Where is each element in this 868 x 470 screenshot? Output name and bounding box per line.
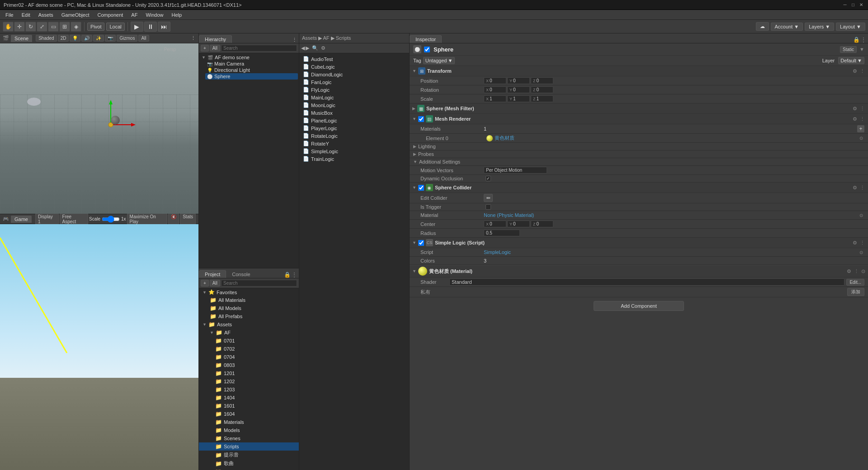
add-component-button[interactable]: Add Component — [594, 301, 684, 311]
rotate-tool[interactable]: ↻ — [25, 22, 36, 32]
meshrenderer-menu-icon[interactable]: ⋮ — [859, 116, 865, 122]
folder-0701[interactable]: 📁 0701 — [199, 337, 299, 345]
cloud-button[interactable]: ☁ — [756, 22, 769, 31]
meshrenderer-enabled-checkbox[interactable] — [418, 116, 424, 122]
asset-cubelogic[interactable]: 📄 CubeLogic — [301, 63, 407, 70]
additional-settings-section[interactable]: ▼ Additional Settings — [410, 158, 868, 166]
menu-edit[interactable]: Edit — [18, 11, 34, 19]
inspector-more-icon[interactable]: ⋮ — [861, 37, 866, 43]
assets-search-button[interactable]: 🔍 — [310, 45, 320, 52]
asset-flylogic[interactable]: 📄 FlyLogic — [301, 86, 407, 94]
hierarchy-all-button[interactable]: All — [210, 45, 220, 52]
materials-add-button[interactable]: + — [857, 125, 864, 132]
folder-tishiyin[interactable]: 📁 提示音 — [199, 451, 299, 459]
edit-collider-button[interactable]: ✏ — [484, 194, 493, 202]
element0-value[interactable]: 黄色材质 — [495, 135, 514, 141]
mesh-renderer-header[interactable]: ▼ ▤ Mesh Renderer ⚙ ⋮ — [410, 114, 868, 124]
collider-material-select-button[interactable]: ⊙ — [858, 212, 864, 218]
scene-tab[interactable]: Scene — [11, 35, 32, 42]
private-add-button[interactable]: 添加 — [847, 288, 864, 296]
gizmos-button[interactable]: Gizmos — [117, 35, 137, 42]
center-x[interactable]: X0 — [484, 221, 506, 227]
mute-button[interactable]: 🔇 — [168, 213, 179, 225]
display-button[interactable]: Display 1 — [35, 213, 59, 225]
folder-kevin[interactable]: ▶ 📁 Kevin Iglesias — [199, 468, 299, 470]
position-x[interactable]: X0 — [484, 77, 506, 84]
hierarchy-tab[interactable]: Hierarchy — [199, 35, 232, 43]
dynamic-occlusion-checkbox[interactable] — [486, 176, 491, 181]
menu-file[interactable]: File — [2, 11, 17, 19]
asset-audiotest[interactable]: 📄 AudioTest — [301, 55, 407, 63]
spherecollider-menu-icon[interactable]: ⋮ — [859, 184, 865, 191]
asset-planetlogic[interactable]: 📄 PlanetLogic — [301, 117, 407, 124]
scale-z[interactable]: Z1 — [531, 95, 553, 102]
simple-logic-header[interactable]: ▼ CS Simple Logic (Script) ⚙ ⋮ — [410, 238, 868, 248]
assets-forward-button[interactable]: ▶ — [306, 45, 309, 51]
all-materials-folder[interactable]: 📁 All Materials — [199, 296, 299, 304]
simplelogic-settings-icon[interactable]: ⚙ — [852, 240, 858, 246]
console-tab[interactable]: Console — [226, 270, 256, 278]
2d-button[interactable]: 2D — [58, 35, 69, 42]
hierarchy-item-sphere[interactable]: ⚪ Sphere — [205, 73, 298, 80]
folder-1203[interactable]: 📁 1203 — [199, 385, 299, 394]
aspect-button[interactable]: Free Aspect — [60, 213, 88, 225]
meshfilter-settings-icon[interactable]: ⚙ — [852, 105, 858, 112]
shaded-button[interactable]: Shaded — [36, 35, 57, 42]
transform-menu-icon[interactable]: ⋮ — [859, 68, 865, 74]
menu-gameobject[interactable]: GameObject — [58, 11, 93, 19]
hierarchy-item-camera[interactable]: 📷 Main Camera — [205, 61, 298, 67]
scale-tool[interactable]: ⤢ — [37, 22, 47, 32]
sphere-collider-header[interactable]: ▼ ◉ Sphere Collider ⚙ ⋮ — [410, 183, 868, 193]
pause-button[interactable]: ⏸ — [144, 22, 157, 32]
folder-favorites[interactable]: ▼ ⭐ Favorites — [199, 288, 299, 296]
assets-back-button[interactable]: ◀ — [301, 45, 305, 51]
static-dropdown-icon[interactable]: ▼ — [859, 47, 864, 52]
scene-more-button[interactable]: ⋮ — [191, 35, 196, 41]
scene-fx-button[interactable]: ✨ — [93, 35, 104, 42]
scene-audio-button[interactable]: 🔊 — [81, 35, 92, 42]
all-prefabs-folder[interactable]: 📁 All Prefabs — [199, 312, 299, 320]
custom-tool[interactable]: ◈ — [71, 22, 81, 32]
meshrenderer-settings-icon[interactable]: ⚙ — [852, 116, 858, 122]
probes-section[interactable]: ▶ Probes — [410, 150, 868, 158]
scene-camera-button[interactable]: 📷 — [105, 35, 116, 42]
folder-1202[interactable]: 📁 1202 — [199, 377, 299, 385]
project-lock-icon[interactable]: 🔒 — [284, 272, 291, 278]
asset-mainlogic[interactable]: 📄 MainLogic — [301, 94, 407, 101]
menu-component[interactable]: Component — [94, 11, 127, 19]
simplelogic-enabled-checkbox[interactable] — [418, 240, 424, 246]
radius-field[interactable]: 0.5 — [484, 230, 520, 236]
shader-dropdown[interactable]: Standard — [449, 278, 844, 286]
folder-0803[interactable]: 📁 0803 — [199, 361, 299, 369]
folder-assets[interactable]: ▼ 📁 Assets — [199, 320, 299, 329]
shader-edit-button[interactable]: Edit... — [846, 279, 864, 286]
minimize-button[interactable]: ─ — [842, 2, 848, 8]
all-models-folder[interactable]: 📁 All Models — [199, 304, 299, 312]
hierarchy-more[interactable]: ⋮ — [292, 37, 297, 43]
center-y[interactable]: Y0 — [507, 221, 530, 227]
static-button[interactable]: Static — [840, 46, 857, 53]
maximize-on-play-button[interactable]: Maximize On Play — [127, 213, 168, 225]
scale-y[interactable]: Y1 — [507, 95, 530, 102]
layout-button[interactable]: Layout ▼ — [836, 23, 865, 31]
material-section-header[interactable]: ▼ 黄色材质 (Material) ⚙ ⋮ ⊙ — [410, 265, 868, 277]
scene-viewport[interactable]: ← Persp — [0, 43, 198, 214]
rotation-z[interactable]: Z0 — [531, 86, 553, 93]
asset-moonlogic[interactable]: 📄 MoonLogic — [301, 101, 407, 109]
game-viewport[interactable] — [0, 224, 198, 470]
scale-slider[interactable] — [102, 217, 120, 221]
layer-dropdown[interactable]: Default ▼ — [838, 57, 864, 64]
local-button[interactable]: Local — [106, 23, 124, 31]
asset-fanlogic[interactable]: 📄 FanLogic — [301, 78, 407, 86]
folder-materials[interactable]: 📁 Materials — [199, 418, 299, 426]
project-search[interactable] — [221, 280, 297, 287]
material-settings-icon[interactable]: ⚙ — [846, 268, 852, 274]
project-add-button[interactable]: + — [201, 280, 209, 287]
folder-scenes[interactable]: 📁 Scenes — [199, 434, 299, 442]
layers-button[interactable]: Layers ▼ — [805, 23, 834, 31]
asset-simplelogic[interactable]: 📄 SimpleLogic — [301, 147, 407, 155]
transform-settings-icon[interactable]: ⚙ — [852, 68, 858, 74]
hierarchy-item-scene[interactable]: ▼ 🎬 AF demo scene — [200, 54, 298, 61]
inspector-lock-icon[interactable]: 🔒 — [853, 37, 860, 43]
pivot-button[interactable]: Pivot — [87, 23, 104, 31]
